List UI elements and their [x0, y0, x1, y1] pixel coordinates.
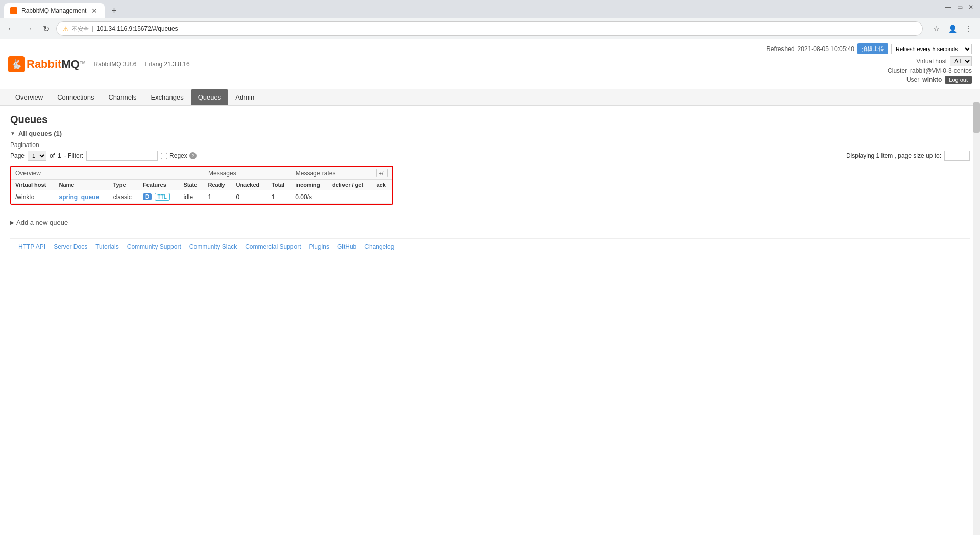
all-queues-header[interactable]: ▼ All queues (1) [10, 130, 970, 137]
add-queue-link[interactable]: ▶ Add a new queue [10, 218, 68, 226]
pagination-area: Page 1 of 1 - Filter: Regex ? Displaying… [10, 151, 970, 161]
col-unacked: Unacked [232, 180, 267, 190]
footer-link-changelog[interactable]: Changelog [364, 243, 394, 250]
upload-button[interactable]: 拍板上传 [857, 43, 888, 54]
scrollbar[interactable] [973, 102, 980, 262]
footer-link-community-slack[interactable]: Community Slack [189, 243, 237, 250]
queue-table-container: Overview Messages Message rates +/- Vi [10, 166, 393, 205]
logo-rabbit: RabbitMQTM [27, 58, 85, 71]
help-icon[interactable]: ? [189, 152, 197, 159]
footer-link-plugins[interactable]: Plugins [309, 243, 329, 250]
erlang-label: Erlang 21.3.8.16 [145, 61, 190, 68]
pagination-label: Pagination [10, 141, 970, 149]
feature-ttl-badge: TTL [155, 193, 170, 201]
group-row: Overview Messages Message rates +/- [11, 167, 392, 180]
app-header: 🐇 RabbitMQTM RabbitMQ 3.8.6 Erlang 21.3.… [0, 39, 980, 89]
insecure-label: 不安全 [72, 25, 89, 33]
nav-channels[interactable]: Channels [101, 89, 143, 105]
footer-link-server-docs[interactable]: Server Docs [54, 243, 87, 250]
col-ready: Ready [204, 180, 232, 190]
logo-area: 🐇 RabbitMQTM RabbitMQ 3.8.6 Erlang 21.3.… [8, 56, 190, 72]
refresh-select[interactable]: Refresh every 5 seconds Refresh every 10… [891, 44, 972, 54]
regex-label: Regex ? [161, 152, 197, 159]
profile-button[interactable]: 👤 [945, 21, 960, 36]
feature-d-badge: D [143, 193, 152, 200]
col-ack: ack [372, 180, 392, 190]
cell-state: idle [179, 190, 204, 204]
menu-button[interactable]: ⋮ [962, 21, 976, 36]
refresh-datetime: 2021-08-05 10:05:40 [798, 45, 854, 53]
cluster-value: rabbit@VM-0-3-centos [910, 67, 972, 75]
displaying-label: Displaying 1 item , page size up to: [846, 152, 941, 159]
plus-minus-button[interactable]: +/- [376, 169, 388, 177]
close-window-button[interactable]: ✕ [966, 2, 976, 12]
add-queue-arrow: ▶ [10, 220, 14, 225]
tab-close-btn[interactable]: ✕ [90, 7, 99, 15]
of-label: of [50, 152, 55, 159]
back-button[interactable]: ← [4, 21, 18, 36]
filter-input[interactable] [86, 151, 158, 161]
url-bar[interactable]: ⚠ 不安全 | 101.34.116.9:15672/#/queues [56, 21, 923, 36]
cell-ack [372, 190, 392, 204]
nav-queues[interactable]: Queues [191, 89, 229, 105]
bookmark-button[interactable]: ☆ [929, 21, 943, 36]
maximize-button[interactable]: ▭ [954, 2, 965, 12]
regex-checkbox[interactable] [161, 153, 167, 159]
col-name: Name [55, 180, 109, 190]
cell-unacked: 0 [232, 190, 267, 204]
logout-button[interactable]: Log out [945, 76, 972, 84]
cluster-label: Cluster [888, 67, 907, 75]
messages-group-header: Messages [204, 167, 291, 180]
rabbit-logo: 🐇 RabbitMQTM [8, 56, 85, 72]
cell-features: D TTL [139, 190, 179, 204]
vhost-label: Virtual host [916, 58, 947, 65]
cell-ready: 1 [204, 190, 232, 204]
page-select[interactable]: 1 [28, 151, 46, 161]
page-label: Page [10, 152, 24, 159]
user-label: User [906, 76, 919, 83]
col-state: State [179, 180, 204, 190]
scrollbar-thumb [973, 102, 980, 133]
col-deliver-get: deliver / get [328, 180, 372, 190]
col-virtual-host: Virtual host [11, 180, 55, 190]
cell-incoming: 0.00/s [291, 190, 328, 204]
page-size-area: Displaying 1 item , page size up to: 100 [846, 151, 970, 161]
nav-connections[interactable]: Connections [50, 89, 101, 105]
column-header-row: Virtual host Name Type Features State Re… [11, 180, 392, 190]
cell-virtual-host: /winkto [11, 190, 55, 204]
queue-name-link[interactable]: spring_queue [59, 193, 100, 201]
footer-link-github[interactable]: GitHub [337, 243, 356, 250]
footer-link-tutorials[interactable]: Tutorials [95, 243, 119, 250]
refreshed-label: Refreshed [766, 45, 794, 53]
overview-group-header: Overview [11, 167, 204, 180]
main-content: Queues ▼ All queues (1) Pagination Page … [0, 106, 980, 262]
add-queue-section: ▶ Add a new queue [10, 218, 970, 226]
refresh-page-button[interactable]: ↻ [39, 21, 53, 36]
vhost-select[interactable]: All [950, 56, 972, 66]
url-text: 101.34.116.9:15672/#/queues [96, 25, 178, 32]
nav-overview[interactable]: Overview [8, 89, 50, 105]
cell-type: classic [109, 190, 139, 204]
browser-tab[interactable]: RabbitMQ Management ✕ [4, 3, 105, 18]
nav-admin[interactable]: Admin [228, 89, 261, 105]
message-rates-group-header: Message rates +/- [291, 167, 392, 180]
footer-link-commercial-support[interactable]: Commercial Support [245, 243, 301, 250]
col-total: Total [267, 180, 291, 190]
add-queue-label: Add a new queue [16, 218, 68, 226]
new-tab-button[interactable]: + [107, 4, 121, 18]
footer-link-http-api[interactable]: HTTP API [18, 243, 45, 250]
logo-icon: 🐇 [8, 56, 24, 72]
col-incoming: incoming [291, 180, 328, 190]
all-queues-label: All queues (1) [18, 130, 62, 137]
forward-button[interactable]: → [21, 21, 36, 36]
col-features: Features [139, 180, 179, 190]
minimize-button[interactable]: — [943, 2, 953, 12]
main-nav: Overview Connections Channels Exchanges … [0, 89, 980, 106]
cell-total: 1 [267, 190, 291, 204]
nav-exchanges[interactable]: Exchanges [143, 89, 190, 105]
header-right: Refreshed 2021-08-05 10:05:40 拍板上传 Refre… [766, 43, 972, 85]
insecure-icon: ⚠ [63, 25, 69, 33]
cell-name: spring_queue [55, 190, 109, 204]
page-size-input[interactable]: 100 [944, 151, 970, 161]
footer-link-community-support[interactable]: Community Support [127, 243, 181, 250]
